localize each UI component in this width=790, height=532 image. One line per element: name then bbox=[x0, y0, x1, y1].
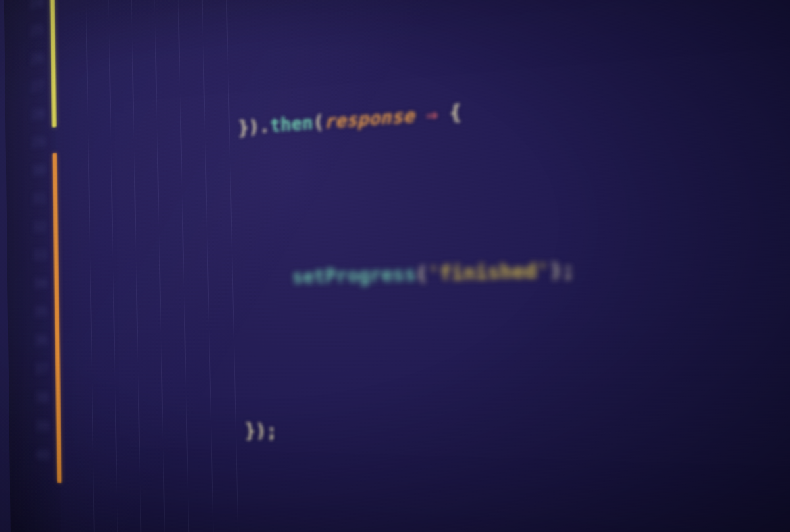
editor-screen: 24 25 26 27 28 29 30 31 32 33 34 35 36 3… bbox=[4, 0, 790, 532]
code-line[interactable]: setProgress('finished'); bbox=[67, 205, 790, 269]
method-then: then bbox=[270, 112, 313, 137]
code-editor-photo: 24 25 26 27 28 29 30 31 32 33 34 35 36 3… bbox=[0, 0, 790, 532]
line-number: 35 bbox=[7, 298, 58, 327]
line-number: 26 bbox=[5, 43, 55, 76]
code-line[interactable]: }).then(response ⇒ { bbox=[65, 22, 790, 126]
line-number: 31 bbox=[6, 184, 57, 215]
punct: ( bbox=[415, 262, 428, 285]
line-number: 36 bbox=[8, 326, 59, 355]
code-body[interactable]: }).then(response ⇒ { setProgress('finish… bbox=[63, 0, 790, 532]
line-number: 30 bbox=[6, 155, 56, 186]
punct: }); bbox=[245, 419, 277, 442]
code-line[interactable]: }); bbox=[69, 384, 790, 429]
punct: ); bbox=[549, 258, 575, 282]
line-number: 33 bbox=[7, 240, 57, 270]
punct: ( bbox=[313, 111, 324, 134]
line-number: 27 bbox=[5, 71, 55, 103]
line-number: 32 bbox=[7, 212, 57, 242]
line-number: 34 bbox=[7, 269, 58, 299]
punct: }). bbox=[238, 115, 271, 139]
line-number: 28 bbox=[5, 99, 55, 131]
code-line[interactable]: }; bbox=[71, 529, 790, 532]
line-number: 29 bbox=[5, 127, 55, 159]
param-response: response bbox=[324, 104, 415, 133]
arrow-icon: ⇒ bbox=[414, 101, 450, 126]
line-number: 39 bbox=[9, 412, 60, 441]
method-setprogress: setProgress bbox=[292, 263, 417, 288]
line-number: 37 bbox=[8, 355, 59, 384]
line-number: 38 bbox=[9, 383, 59, 412]
string-finished: 'finished' bbox=[427, 259, 550, 285]
punct: { bbox=[449, 101, 461, 124]
line-number: 40 bbox=[9, 440, 60, 470]
